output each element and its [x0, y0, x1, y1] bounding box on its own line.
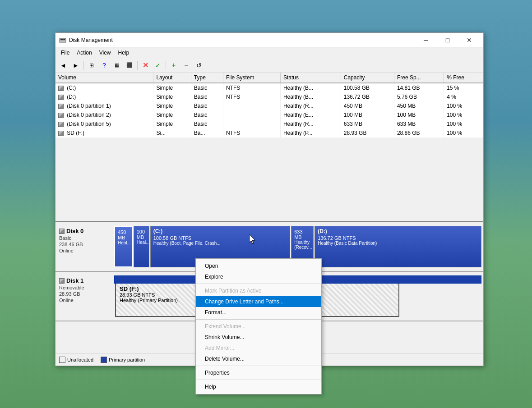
- legend-primary-label: Primary partition: [109, 357, 145, 362]
- menu-action[interactable]: Action: [73, 49, 95, 57]
- delete-button[interactable]: ✕: [139, 60, 151, 71]
- col-volume[interactable]: Volume: [56, 73, 153, 83]
- cell-type: Basic: [191, 92, 223, 101]
- disk1-status: Online: [59, 298, 111, 303]
- ctx-item-help[interactable]: Help: [196, 381, 321, 392]
- context-menu-separator: [196, 366, 321, 366]
- minimize-button[interactable]: ─: [416, 34, 436, 46]
- volume-table: Volume Layout Type File System Status Ca…: [56, 73, 483, 138]
- forward-button[interactable]: ►: [70, 60, 82, 71]
- disk0-part1[interactable]: 450 MB Heal...: [114, 226, 133, 267]
- window-icon: [59, 37, 66, 44]
- toolbar-sep-2: [137, 61, 138, 70]
- ctx-item-explore[interactable]: Explore: [196, 271, 321, 282]
- vol-icon: [58, 131, 64, 136]
- cell-volume: SD (F:): [56, 128, 153, 138]
- apply-button[interactable]: ✓: [152, 60, 164, 71]
- context-menu-separator: [196, 380, 321, 380]
- menu-help[interactable]: Help: [115, 49, 133, 57]
- ctx-item-change-letter[interactable]: Change Drive Letter and Paths...: [196, 296, 321, 307]
- cell-status: Healthy (R...: [280, 101, 341, 110]
- cell-type: Basic: [191, 83, 223, 92]
- table-row[interactable]: (Disk 0 partition 1) Simple Basic Health…: [56, 101, 483, 110]
- refresh-button[interactable]: ↺: [193, 60, 205, 71]
- disk1-label: Disk 1 Removable 28.93 GB Online: [56, 274, 114, 319]
- ctx-item-delete[interactable]: Delete Volume...: [196, 353, 321, 364]
- window-title: Disk Management: [69, 37, 416, 43]
- cell-pct: 100 %: [444, 101, 483, 110]
- settings-button[interactable]: ⬛: [124, 60, 135, 71]
- cell-free: 5.76 GB: [394, 92, 444, 101]
- disk0-part2-size: 100 MB: [137, 229, 146, 240]
- title-bar: Disk Management ─ □ ✕: [56, 33, 483, 47]
- menu-bar: File Action View Help: [56, 47, 483, 58]
- disk0-part-d[interactable]: (D:) 136.72 GB NTFS Healthy (Basic Data …: [315, 226, 481, 267]
- col-capacity[interactable]: Capacity: [341, 73, 394, 83]
- disk0-part1-status: Heal...: [118, 240, 129, 245]
- back-button[interactable]: ◄: [57, 60, 69, 71]
- disk0-part2-status: Heal...: [137, 240, 146, 245]
- ctx-item-shrink[interactable]: Shrink Volume...: [196, 332, 321, 343]
- cell-fs: [223, 101, 280, 110]
- disk0-part-c-size: 100.58 GB NTFS: [153, 235, 287, 241]
- cell-free: 633 MB: [394, 119, 444, 128]
- cell-free: 100 MB: [394, 110, 444, 119]
- remove-button[interactable]: −: [180, 60, 192, 71]
- toolbar: ◄ ► ⊞ ? ▦ ⬛ ✕ ✓ + − ↺: [56, 58, 483, 73]
- col-free[interactable]: Free Sp...: [394, 73, 444, 83]
- col-fs[interactable]: File System: [223, 73, 280, 83]
- ctx-item-add-mirror: Add Mirror...: [196, 343, 321, 353]
- cell-fs: [223, 110, 280, 119]
- col-layout[interactable]: Layout: [153, 73, 191, 83]
- col-status[interactable]: Status: [280, 73, 341, 83]
- col-pct[interactable]: % Free: [444, 73, 483, 83]
- ctx-item-format[interactable]: Format...: [196, 307, 321, 318]
- cell-layout: Simple: [153, 119, 191, 128]
- table-row[interactable]: (D:) Simple Basic NTFS Healthy (B... 136…: [56, 92, 483, 101]
- disk0-name: Disk 0: [66, 228, 83, 234]
- console-button[interactable]: ⊞: [86, 60, 97, 71]
- cell-capacity: 633 MB: [341, 119, 394, 128]
- cell-fs: NTFS: [223, 128, 280, 138]
- cell-capacity: 136.72 GB: [341, 92, 394, 101]
- svg-rect-2: [62, 39, 64, 40]
- cell-capacity: 450 MB: [341, 101, 394, 110]
- close-button[interactable]: ✕: [459, 34, 480, 46]
- window-controls: ─ □ ✕: [416, 34, 480, 46]
- cell-status: Healthy (B...: [280, 92, 341, 101]
- cell-status: Healthy (B...: [280, 83, 341, 92]
- help-button[interactable]: ?: [98, 60, 110, 71]
- cell-layout: Simple: [153, 92, 191, 101]
- properties-button[interactable]: ▦: [111, 60, 123, 71]
- table-row[interactable]: (C:) Simple Basic NTFS Healthy (B... 100…: [56, 83, 483, 92]
- cell-layout: Simple: [153, 101, 191, 110]
- menu-view[interactable]: View: [96, 49, 115, 57]
- table-row[interactable]: (Disk 0 partition 5) Simple Basic Health…: [56, 119, 483, 128]
- disk1-name: Disk 1: [66, 277, 83, 284]
- legend-unallocated: Unallocated: [59, 357, 93, 363]
- disk0-part5-status: Healthy (Recov...: [294, 240, 310, 250]
- add-button[interactable]: +: [168, 60, 180, 71]
- cell-free: 14.81 GB: [394, 83, 444, 92]
- cell-fs: NTFS: [223, 83, 280, 92]
- table-row[interactable]: SD (F:) Si... Ba... NTFS Healthy (P... 2…: [56, 128, 483, 138]
- svg-rect-1: [60, 39, 62, 40]
- maximize-button[interactable]: □: [437, 34, 458, 46]
- toolbar-sep-3: [166, 61, 166, 70]
- table-row[interactable]: (Disk 0 partition 2) Simple Basic Health…: [56, 110, 483, 119]
- cell-capacity: 100 MB: [341, 110, 394, 119]
- vol-icon: [58, 104, 64, 109]
- disk0-part2[interactable]: 100 MB Heal...: [134, 226, 149, 267]
- cell-volume: (Disk 0 partition 2): [56, 110, 153, 119]
- cell-free: 28.86 GB: [394, 128, 444, 138]
- disk0-part-d-name: (D:): [318, 228, 478, 234]
- ctx-item-properties[interactable]: Properties: [196, 367, 321, 378]
- svg-rect-3: [64, 39, 65, 40]
- ctx-item-open[interactable]: Open: [196, 261, 321, 271]
- context-menu-separator: [196, 319, 321, 320]
- list-view[interactable]: Volume Layout Type File System Status Ca…: [56, 73, 483, 222]
- menu-file[interactable]: File: [57, 49, 73, 57]
- col-type[interactable]: Type: [191, 73, 223, 83]
- disk0-part-c-name: (C:): [153, 228, 287, 234]
- vol-icon: [58, 95, 64, 100]
